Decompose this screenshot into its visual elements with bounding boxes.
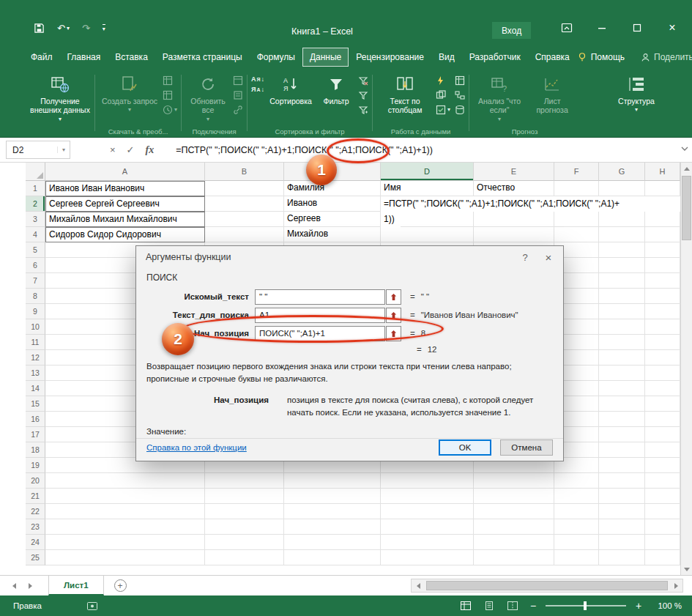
cell-G25[interactable] (599, 550, 645, 565)
sheet-nav-right-button[interactable] (22, 576, 38, 595)
cell-D4[interactable] (381, 227, 474, 242)
cell-H17[interactable] (645, 427, 680, 442)
row-header-14[interactable]: 14 (26, 381, 45, 396)
cell-D20[interactable] (381, 473, 474, 489)
zoom-in-button[interactable]: + (633, 600, 644, 612)
ribbon-tab-view[interactable]: Вид (431, 48, 462, 67)
close-button[interactable]: × (666, 21, 679, 34)
column-header-F[interactable]: F (554, 163, 599, 181)
row-header-24[interactable]: 24 (26, 535, 45, 550)
cell-G23[interactable] (599, 519, 645, 535)
cell-A1[interactable]: Иванов Иван Иванович (45, 181, 205, 196)
cell-C24[interactable] (284, 535, 381, 550)
tekst-dlya-poiska-input[interactable]: A1 (255, 308, 385, 323)
scroll-left-icon[interactable] (412, 579, 425, 592)
cell-H8[interactable] (645, 289, 680, 304)
cell-F4[interactable] (554, 227, 599, 242)
cell-G11[interactable] (599, 335, 645, 350)
share-button[interactable]: Поделиться (641, 52, 692, 62)
cell-E4[interactable] (474, 227, 554, 242)
cell-E22[interactable] (474, 504, 554, 519)
cell-G1[interactable] (599, 181, 645, 196)
text-to-columns-button[interactable]: Текст по столбцам (376, 73, 434, 125)
cell-A3[interactable]: Михайлов Михаил Михайлович (45, 212, 205, 227)
cell-C1[interactable]: Фамилия (284, 181, 381, 196)
cell-E20[interactable] (474, 473, 554, 489)
signin-button[interactable]: Вход (492, 22, 531, 39)
page-layout-view-button[interactable] (481, 599, 497, 613)
cell-G5[interactable] (599, 242, 645, 258)
cell-H23[interactable] (645, 519, 680, 535)
cell-H22[interactable] (645, 504, 680, 519)
cell-G21[interactable] (599, 489, 645, 504)
remove-duplicates-button[interactable] (436, 89, 450, 101)
cell-G7[interactable] (599, 273, 645, 289)
row-header-7[interactable]: 7 (26, 273, 45, 289)
row-header-19[interactable]: 19 (26, 458, 45, 473)
cell-H12[interactable] (645, 350, 680, 365)
cell-F1[interactable] (554, 181, 599, 196)
cell-A23[interactable] (45, 519, 205, 535)
zoom-out-button[interactable]: − (528, 600, 538, 612)
cell-B20[interactable] (205, 473, 284, 489)
row-header-6[interactable]: 6 (26, 258, 45, 273)
vertical-scrollbar[interactable] (680, 163, 692, 575)
sheet-tab-list1[interactable]: Лист1 (48, 576, 104, 595)
outline-button[interactable]: Структура ▾ (610, 73, 663, 125)
cell-G16[interactable] (599, 412, 645, 427)
cell-G15[interactable] (599, 396, 645, 412)
cell-A21[interactable] (45, 489, 205, 504)
row-header-2[interactable]: 2 (26, 196, 45, 212)
cell-F23[interactable] (554, 519, 599, 535)
cell-E25[interactable] (474, 550, 554, 565)
cell-D22[interactable] (381, 504, 474, 519)
cell-B23[interactable] (205, 519, 284, 535)
get-external-data-button[interactable]: Получение внешних данных ▾ (29, 73, 91, 125)
tell-me-assistant[interactable]: Помощь (577, 52, 625, 62)
cell-H9[interactable] (645, 304, 680, 319)
column-header-B[interactable]: B (205, 163, 284, 181)
row-header-3[interactable]: 3 (26, 212, 45, 227)
cell-E24[interactable] (474, 535, 554, 550)
cell-D1[interactable]: Имя (381, 181, 474, 196)
cell-B3[interactable] (205, 212, 284, 227)
cell-A4[interactable]: Сидоров Сидор Сидорович (45, 227, 205, 242)
cell-D21[interactable] (381, 489, 474, 504)
cell-C22[interactable] (284, 504, 381, 519)
vertical-scroll-thumb[interactable] (682, 176, 691, 240)
cell-H5[interactable] (645, 242, 680, 258)
cell-F22[interactable] (554, 504, 599, 519)
row-header-12[interactable]: 12 (26, 350, 45, 365)
cell-E23[interactable] (474, 519, 554, 535)
row-header-21[interactable]: 21 (26, 489, 45, 504)
cell-G18[interactable] (599, 442, 645, 458)
horizontal-scrollbar[interactable] (411, 579, 683, 593)
cell-B21[interactable] (205, 489, 284, 504)
row-header-25[interactable]: 25 (26, 550, 45, 565)
row-header-4[interactable]: 4 (26, 227, 45, 242)
cell-H7[interactable] (645, 273, 680, 289)
cell-G4[interactable] (599, 227, 645, 242)
ribbon-tab-file[interactable]: Файл (23, 48, 60, 67)
cell-G9[interactable] (599, 304, 645, 319)
cell-C25[interactable] (284, 550, 381, 565)
insert-function-button[interactable]: fx (146, 144, 155, 156)
dialog-help-button[interactable]: ? (513, 248, 537, 266)
cell-H20[interactable] (645, 473, 680, 489)
dialog-titlebar[interactable]: Аргументы функции ? × (136, 246, 563, 268)
macro-record-icon[interactable] (87, 602, 97, 610)
scroll-right-icon[interactable] (669, 579, 682, 592)
minimize-button[interactable] (595, 21, 609, 34)
cell-G8[interactable] (599, 289, 645, 304)
iskomy-tekst-input[interactable]: " " (255, 289, 385, 305)
advanced-filter-button[interactable] (358, 103, 368, 116)
cell-G6[interactable] (599, 258, 645, 273)
formula-bar-expand-icon[interactable] (681, 146, 688, 151)
cell-G10[interactable] (599, 319, 645, 335)
flash-fill-button[interactable] (436, 74, 450, 86)
row-header-18[interactable]: 18 (26, 442, 45, 458)
refresh-all-button[interactable]: Обновить все ▾ (185, 73, 231, 125)
cell-A20[interactable] (45, 473, 205, 489)
row-header-20[interactable]: 20 (26, 473, 45, 489)
row-header-22[interactable]: 22 (26, 504, 45, 519)
